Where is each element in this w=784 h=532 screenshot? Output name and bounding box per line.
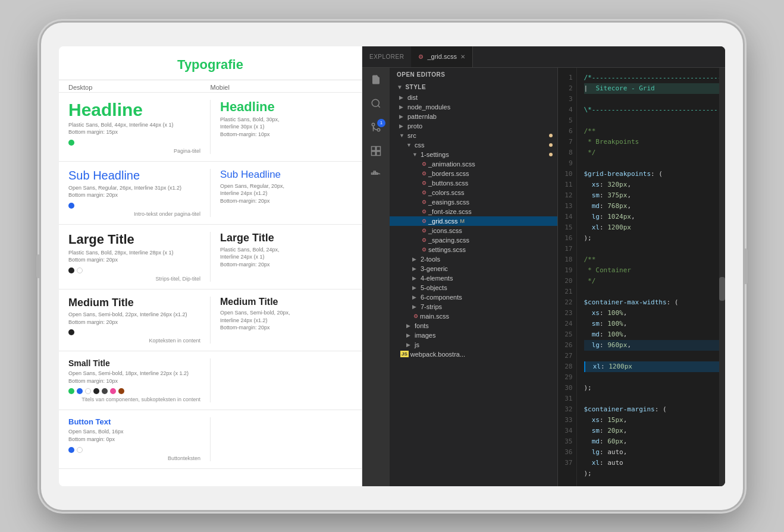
arrow-icon: ▶ [399, 114, 406, 119]
headline-desktop: Headline Plastic Sans, Bold, 44px, Inter… [68, 100, 211, 154]
tree-7-strips[interactable]: ▶ 7-strips [390, 302, 557, 311]
vscode-panel: EXPLORER ⚙ _grid.scss ✕ [362, 46, 725, 486]
headline-mobile-meta: Plastic Sans, Bold, 30px,Interline 30px … [220, 116, 352, 138]
scrollbar[interactable] [719, 68, 725, 486]
largetitle-section: Large Title Plastic Sans, Bold, 28px, In… [59, 225, 362, 289]
dot-blue-2 [77, 388, 83, 394]
buttontext-desktop: Button Text Open Sans, Bold, 16pxBottom … [68, 417, 211, 461]
subheadline-desktop: Sub Headline Open Sans, Regular, 26px, I… [68, 169, 211, 217]
code-editor[interactable]: 12345 678910 1112131415 1617181920 21222… [558, 68, 726, 486]
tree-6-components[interactable]: ▶ 6-components [390, 292, 557, 302]
arrow-icon: ▶ [406, 332, 413, 338]
tree-fonts[interactable]: ▶ fonts [390, 321, 557, 330]
docker-icon[interactable] [369, 168, 383, 182]
scss-icon: ⚙ [422, 247, 427, 253]
git-icon[interactable]: 1 [369, 120, 383, 134]
tree-4-elements[interactable]: ▶ 4-elements [390, 273, 557, 283]
tab-close-button[interactable]: ✕ [460, 53, 465, 60]
device-button-left [36, 254, 41, 278]
js-icon: JS [400, 351, 409, 357]
svg-point-2 [377, 128, 380, 131]
headline-desktop-dots [68, 140, 200, 146]
scss-icon: ⚙ [422, 218, 427, 224]
tree-5-objects[interactable]: ▶ 5-objects [390, 283, 557, 292]
dot-black [68, 267, 74, 273]
subheadline-desktop-dots [68, 203, 200, 209]
tree-colors[interactable]: ⚙ _colors.scss [390, 188, 557, 197]
arrow-icon: ▼ [406, 142, 413, 148]
dot-black-2 [68, 329, 74, 335]
tree-proto[interactable]: ▶ proto [390, 121, 557, 131]
tree-2-tools[interactable]: ▶ 2-tools [390, 254, 557, 264]
largetitle-desktop-dots [68, 267, 200, 273]
open-editors-header: OPEN EDITORS [390, 68, 557, 80]
svg-rect-5 [377, 146, 381, 150]
arrow-icon: ▼ [399, 133, 406, 138]
tree-3-generic[interactable]: ▶ 3-generic [390, 264, 557, 273]
dot-green-2 [68, 388, 74, 394]
headline-mobile-label: Headline [220, 100, 352, 114]
tree-grid[interactable]: ⚙ _grid.scss M [390, 216, 557, 226]
arrow-icon: ▶ [412, 275, 419, 281]
arrow-icon: ▼ [412, 152, 419, 158]
smalltitle-desktop-tag: Titels van componenten, subkopteksten in… [68, 396, 200, 402]
screen: Typografie Desktop Mobiel Headline Plast… [59, 46, 725, 486]
tab-filename: _grid.scss [427, 53, 457, 60]
dot-darkgray [102, 388, 108, 394]
scrollbar-thumb[interactable] [719, 277, 725, 301]
smalltitle-desktop-dots [68, 388, 200, 394]
dot-white-3 [77, 447, 83, 453]
files-icon[interactable] [369, 73, 383, 87]
desktop-header: Desktop [68, 84, 211, 91]
headline-desktop-label: Headline [68, 100, 200, 119]
tree-borders[interactable]: ⚙ _borders.scss [390, 169, 557, 178]
vscode-tab[interactable]: ⚙ _grid.scss ✕ [411, 46, 473, 67]
tab-scss-icon: ⚙ [418, 53, 424, 60]
scss-icon: ⚙ [422, 237, 427, 243]
tree-images[interactable]: ▶ images [390, 330, 557, 340]
subheadline-desktop-meta: Open Sans, Regular, 26px, Interline 31px… [68, 184, 200, 199]
tree-animation[interactable]: ⚙ _animation.scss [390, 159, 557, 169]
tree-dist[interactable]: ▶ dist [390, 93, 557, 102]
tree-node-modules[interactable]: ▶ node_modules [390, 102, 557, 112]
tree-font-size[interactable]: ⚙ _font-size.scss [390, 207, 557, 216]
extensions-icon[interactable] [369, 144, 383, 158]
tree-webpack[interactable]: JS webpack.boostra... [390, 350, 557, 359]
svg-point-3 [372, 123, 375, 126]
mediumtitle-mobile-meta: Open Sans, Semi-bold, 20px,Interline 24p… [220, 309, 352, 332]
tree-src[interactable]: ▼ src [390, 131, 557, 140]
scss-icon: ⚙ [422, 228, 427, 234]
buttontext-desktop-label: Button Text [68, 417, 200, 426]
headline-desktop-tag: Pagina-titel [68, 148, 200, 154]
tree-easings[interactable]: ⚙ _easings.scss [390, 197, 557, 207]
arrow-icon: ▶ [399, 104, 406, 110]
tree-js[interactable]: ▶ js [390, 340, 557, 350]
code-content: /*--------------------------------- | Si… [577, 68, 726, 486]
tree-patternlab[interactable]: ▶ patternlab [390, 112, 557, 121]
device-button-right [743, 248, 748, 284]
largetitle-desktop-label: Large Title [68, 232, 200, 247]
src-modified-dot [549, 134, 553, 137]
device-frame: Typografie Desktop Mobiel Headline Plast… [41, 23, 743, 510]
mediumtitle-desktop: Medium Title Open Sans, Semi-bold, 22px,… [68, 297, 211, 344]
arrow-icon: ▶ [412, 256, 419, 262]
search-icon[interactable] [369, 96, 383, 111]
tree-buttons[interactable]: ⚙ _buttons.scss [390, 178, 557, 188]
arrow-icon: ▶ [399, 123, 406, 129]
explorer-label: EXPLORER [369, 53, 404, 60]
tree-1-settings[interactable]: ▼ 1-settings [390, 150, 557, 159]
dot-white [77, 267, 83, 273]
smalltitle-section: Small Title Open Sans, Semi-bold, 18px, … [59, 351, 362, 410]
largetitle-desktop: Large Title Plastic Sans, Bold, 28px, In… [68, 232, 211, 282]
tree-icons[interactable]: ⚙ _icons.scss [390, 226, 557, 235]
tree-spacing[interactable]: ⚙ _spacing.scss [390, 235, 557, 245]
buttontext-desktop-meta: Open Sans, Bold, 16pxBottom margin: 0px [68, 428, 200, 443]
mediumtitle-mobile-label: Medium Title [220, 297, 352, 307]
tree-css[interactable]: ▼ css [390, 140, 557, 150]
column-headers: Desktop Mobiel [59, 80, 362, 93]
tree-settings-scss[interactable]: ⚙ settings.scss [390, 245, 557, 254]
subheadline-mobile-meta: Open Sans, Regular, 20px,Interline 24px … [220, 182, 352, 205]
mediumtitle-desktop-meta: Open Sans, Semi-bold, 22px, Interline 26… [68, 311, 200, 326]
tree-main-scss[interactable]: ⚙ main.scss [390, 311, 557, 321]
dot-black-3 [93, 388, 99, 394]
